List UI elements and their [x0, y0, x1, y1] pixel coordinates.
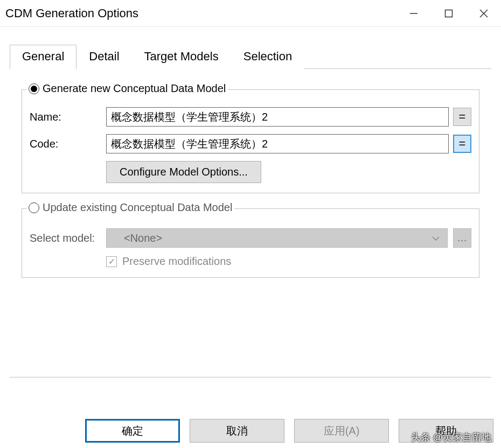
- ok-button[interactable]: 确定: [85, 419, 180, 443]
- configure-model-options-button[interactable]: Configure Model Options...: [106, 161, 261, 183]
- window-controls: [396, 0, 501, 26]
- update-existing-label: Update existing Conceptual Data Model: [43, 201, 232, 214]
- code-input[interactable]: [106, 134, 449, 153]
- code-label: Code:: [30, 138, 106, 150]
- preserve-checkbox[interactable]: ✓: [106, 256, 117, 267]
- tab-panel-general: Generate new Conceptual Data Model Name:…: [10, 69, 491, 377]
- window-title: CDM Generation Options: [5, 6, 396, 20]
- close-button[interactable]: [466, 0, 501, 26]
- generate-new-legend[interactable]: Generate new Conceptual Data Model: [26, 82, 228, 95]
- radio-dot-icon: [31, 86, 37, 92]
- select-model-browse-button[interactable]: ...: [453, 228, 471, 248]
- dialog-content: General Detail Target Models Selection G…: [0, 27, 501, 377]
- update-existing-group: Update existing Conceptual Data Model Se…: [22, 208, 479, 278]
- dialog-button-bar: 确定 取消 应用(A) 帮助: [85, 419, 493, 443]
- radio-generate-new[interactable]: [29, 83, 39, 94]
- select-model-value: <None>: [124, 232, 162, 244]
- cancel-button[interactable]: 取消: [190, 419, 284, 443]
- titlebar: CDM Generation Options: [0, 0, 501, 27]
- tab-detail[interactable]: Detail: [76, 45, 131, 69]
- generate-new-label: Generate new Conceptual Data Model: [43, 82, 226, 95]
- tab-selection[interactable]: Selection: [231, 45, 305, 69]
- svg-rect-1: [445, 10, 452, 17]
- name-input[interactable]: [106, 107, 449, 127]
- tab-target-models[interactable]: Target Models: [132, 45, 231, 69]
- chevron-down-icon: [432, 234, 440, 242]
- name-label: Name:: [30, 111, 106, 123]
- select-model-dropdown[interactable]: <None>: [106, 228, 448, 248]
- tab-general[interactable]: General: [10, 45, 76, 69]
- radio-update-existing[interactable]: [29, 202, 39, 213]
- update-existing-legend[interactable]: Update existing Conceptual Data Model: [26, 201, 234, 214]
- code-row: Code: =: [30, 134, 471, 153]
- preserve-row[interactable]: ✓ Preserve modifications: [106, 255, 471, 268]
- apply-button[interactable]: 应用(A): [294, 419, 389, 443]
- maximize-button[interactable]: [431, 0, 466, 26]
- select-model-label: Select model:: [30, 232, 106, 244]
- code-sync-button[interactable]: =: [453, 135, 471, 153]
- name-row: Name: =: [30, 107, 471, 127]
- tab-strip: General Detail Target Models Selection: [10, 44, 491, 69]
- generate-new-group: Generate new Conceptual Data Model Name:…: [22, 89, 479, 193]
- select-model-row: Select model: <None> ...: [30, 228, 471, 248]
- preserve-label: Preserve modifications: [122, 255, 231, 268]
- minimize-button[interactable]: [396, 0, 431, 26]
- name-sync-button[interactable]: =: [453, 108, 471, 126]
- help-button[interactable]: 帮助: [399, 419, 493, 443]
